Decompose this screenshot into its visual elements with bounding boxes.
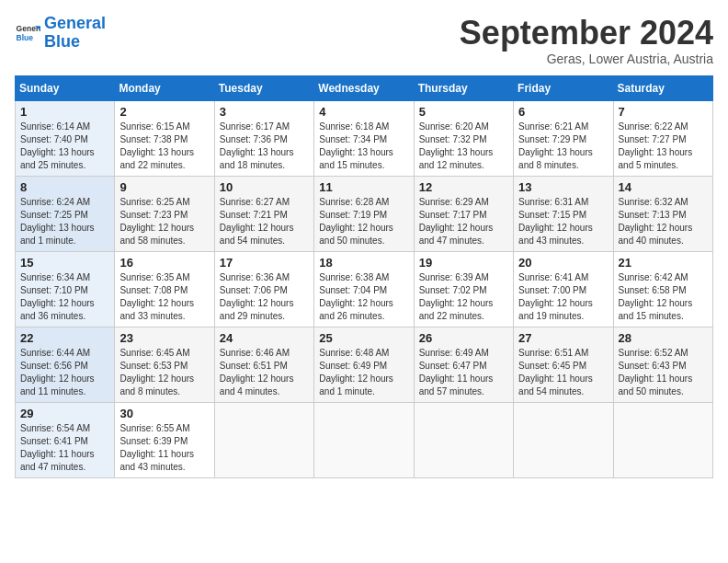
calendar-cell: 15Sunrise: 6:34 AM Sunset: 7:10 PM Dayli…: [16, 251, 115, 327]
month-title: September 2024: [460, 15, 713, 52]
day-number: 15: [20, 256, 109, 270]
day-number: 17: [220, 256, 309, 270]
day-info: Sunrise: 6:25 AM Sunset: 7:23 PM Dayligh…: [119, 196, 209, 247]
calendar-cell: 1Sunrise: 6:14 AM Sunset: 7:40 PM Daylig…: [16, 100, 115, 176]
calendar-cell: 20Sunrise: 6:41 AM Sunset: 7:00 PM Dayli…: [514, 251, 613, 327]
calendar-cell: 7Sunrise: 6:22 AM Sunset: 7:27 PM Daylig…: [613, 100, 712, 176]
day-info: Sunrise: 6:41 AM Sunset: 7:00 PM Dayligh…: [518, 271, 608, 323]
weekday-tuesday: Tuesday: [214, 75, 313, 100]
calendar-cell: [414, 402, 513, 477]
calendar-cell: [314, 402, 414, 477]
day-number: 5: [419, 105, 508, 119]
calendar-cell: 18Sunrise: 6:38 AM Sunset: 7:04 PM Dayli…: [314, 251, 414, 327]
calendar-cell: 22Sunrise: 6:44 AM Sunset: 6:56 PM Dayli…: [16, 327, 115, 402]
day-number: 6: [518, 105, 608, 119]
calendar-cell: 16Sunrise: 6:35 AM Sunset: 7:08 PM Dayli…: [115, 251, 214, 327]
calendar-cell: 27Sunrise: 6:51 AM Sunset: 6:45 PM Dayli…: [514, 327, 613, 402]
calendar-cell: 6Sunrise: 6:21 AM Sunset: 7:29 PM Daylig…: [514, 100, 613, 176]
day-info: Sunrise: 6:55 AM Sunset: 6:39 PM Dayligh…: [119, 422, 209, 474]
day-number: 21: [619, 256, 708, 270]
calendar-table: SundayMondayTuesdayWednesdayThursdayFrid…: [15, 75, 713, 478]
calendar-week-2: 8Sunrise: 6:24 AM Sunset: 7:25 PM Daylig…: [16, 176, 713, 251]
calendar-cell: 8Sunrise: 6:24 AM Sunset: 7:25 PM Daylig…: [16, 176, 115, 251]
day-number: 14: [619, 180, 708, 194]
calendar-cell: 12Sunrise: 6:29 AM Sunset: 7:17 PM Dayli…: [414, 176, 513, 251]
day-info: Sunrise: 6:21 AM Sunset: 7:29 PM Dayligh…: [518, 121, 608, 172]
day-info: Sunrise: 6:31 AM Sunset: 7:15 PM Dayligh…: [518, 196, 608, 247]
calendar-cell: 24Sunrise: 6:46 AM Sunset: 6:51 PM Dayli…: [214, 327, 313, 402]
day-number: 9: [119, 180, 209, 194]
calendar-week-3: 15Sunrise: 6:34 AM Sunset: 7:10 PM Dayli…: [16, 251, 713, 327]
day-info: Sunrise: 6:36 AM Sunset: 7:06 PM Dayligh…: [220, 271, 309, 323]
day-number: 18: [319, 256, 408, 270]
weekday-wednesday: Wednesday: [314, 75, 414, 100]
day-info: Sunrise: 6:27 AM Sunset: 7:21 PM Dayligh…: [220, 196, 309, 247]
weekday-header-row: SundayMondayTuesdayWednesdayThursdayFrid…: [16, 75, 713, 100]
calendar-cell: 11Sunrise: 6:28 AM Sunset: 7:19 PM Dayli…: [314, 176, 414, 251]
day-info: Sunrise: 6:38 AM Sunset: 7:04 PM Dayligh…: [319, 271, 408, 323]
day-info: Sunrise: 6:18 AM Sunset: 7:34 PM Dayligh…: [319, 121, 408, 172]
day-info: Sunrise: 6:17 AM Sunset: 7:36 PM Dayligh…: [220, 121, 309, 172]
logo: General Blue GeneralBlue: [15, 15, 106, 52]
svg-text:General: General: [17, 23, 40, 32]
day-info: Sunrise: 6:28 AM Sunset: 7:19 PM Dayligh…: [319, 196, 408, 247]
day-info: Sunrise: 6:48 AM Sunset: 6:49 PM Dayligh…: [319, 347, 408, 398]
calendar-cell: 28Sunrise: 6:52 AM Sunset: 6:43 PM Dayli…: [613, 327, 712, 402]
day-info: Sunrise: 6:42 AM Sunset: 6:58 PM Dayligh…: [619, 271, 708, 323]
day-number: 26: [419, 331, 508, 345]
day-info: Sunrise: 6:14 AM Sunset: 7:40 PM Dayligh…: [20, 121, 109, 172]
day-number: 10: [220, 180, 309, 194]
day-info: Sunrise: 6:52 AM Sunset: 6:43 PM Dayligh…: [619, 347, 708, 398]
calendar-cell: 9Sunrise: 6:25 AM Sunset: 7:23 PM Daylig…: [115, 176, 214, 251]
title-block: September 2024 Geras, Lower Austria, Aus…: [460, 15, 713, 66]
day-number: 7: [619, 105, 708, 119]
calendar-cell: 19Sunrise: 6:39 AM Sunset: 7:02 PM Dayli…: [414, 251, 513, 327]
calendar-cell: 17Sunrise: 6:36 AM Sunset: 7:06 PM Dayli…: [214, 251, 313, 327]
location: Geras, Lower Austria, Austria: [460, 52, 713, 66]
day-number: 13: [518, 180, 608, 194]
day-number: 27: [518, 331, 608, 345]
calendar-cell: 13Sunrise: 6:31 AM Sunset: 7:15 PM Dayli…: [514, 176, 613, 251]
weekday-sunday: Sunday: [16, 75, 115, 100]
day-info: Sunrise: 6:34 AM Sunset: 7:10 PM Dayligh…: [20, 271, 109, 323]
day-number: 1: [20, 105, 109, 119]
day-info: Sunrise: 6:15 AM Sunset: 7:38 PM Dayligh…: [119, 121, 209, 172]
day-info: Sunrise: 6:45 AM Sunset: 6:53 PM Dayligh…: [119, 347, 209, 398]
day-info: Sunrise: 6:22 AM Sunset: 7:27 PM Dayligh…: [619, 121, 708, 172]
day-number: 4: [319, 105, 408, 119]
calendar-cell: 29Sunrise: 6:54 AM Sunset: 6:41 PM Dayli…: [16, 402, 115, 477]
day-number: 2: [119, 105, 209, 119]
day-info: Sunrise: 6:35 AM Sunset: 7:08 PM Dayligh…: [119, 271, 209, 323]
weekday-saturday: Saturday: [613, 75, 712, 100]
calendar-cell: 26Sunrise: 6:49 AM Sunset: 6:47 PM Dayli…: [414, 327, 513, 402]
calendar-cell: 14Sunrise: 6:32 AM Sunset: 7:13 PM Dayli…: [613, 176, 712, 251]
calendar-cell: 3Sunrise: 6:17 AM Sunset: 7:36 PM Daylig…: [214, 100, 313, 176]
day-number: 16: [119, 256, 209, 270]
calendar-cell: 25Sunrise: 6:48 AM Sunset: 6:49 PM Dayli…: [314, 327, 414, 402]
calendar-cell: [514, 402, 613, 477]
calendar-cell: 10Sunrise: 6:27 AM Sunset: 7:21 PM Dayli…: [214, 176, 313, 251]
day-info: Sunrise: 6:49 AM Sunset: 6:47 PM Dayligh…: [419, 347, 508, 398]
logo-icon: General Blue: [15, 20, 40, 46]
day-info: Sunrise: 6:46 AM Sunset: 6:51 PM Dayligh…: [220, 347, 309, 398]
day-number: 11: [319, 180, 408, 194]
calendar-week-1: 1Sunrise: 6:14 AM Sunset: 7:40 PM Daylig…: [16, 100, 713, 176]
day-info: Sunrise: 6:51 AM Sunset: 6:45 PM Dayligh…: [518, 347, 608, 398]
page-header: General Blue GeneralBlue September 2024 …: [15, 15, 713, 66]
day-number: 24: [220, 331, 309, 345]
day-number: 22: [20, 331, 109, 345]
day-number: 19: [419, 256, 508, 270]
day-info: Sunrise: 6:39 AM Sunset: 7:02 PM Dayligh…: [419, 271, 508, 323]
day-number: 12: [419, 180, 508, 194]
day-number: 30: [119, 407, 209, 420]
day-info: Sunrise: 6:20 AM Sunset: 7:32 PM Dayligh…: [419, 121, 508, 172]
day-info: Sunrise: 6:54 AM Sunset: 6:41 PM Dayligh…: [20, 422, 109, 474]
calendar-cell: 5Sunrise: 6:20 AM Sunset: 7:32 PM Daylig…: [414, 100, 513, 176]
logo-text: GeneralBlue: [44, 15, 106, 52]
calendar-cell: 4Sunrise: 6:18 AM Sunset: 7:34 PM Daylig…: [314, 100, 414, 176]
day-number: 25: [319, 331, 408, 345]
calendar-week-4: 22Sunrise: 6:44 AM Sunset: 6:56 PM Dayli…: [16, 327, 713, 402]
day-number: 28: [619, 331, 708, 345]
day-number: 29: [20, 407, 109, 420]
day-number: 23: [119, 331, 209, 345]
